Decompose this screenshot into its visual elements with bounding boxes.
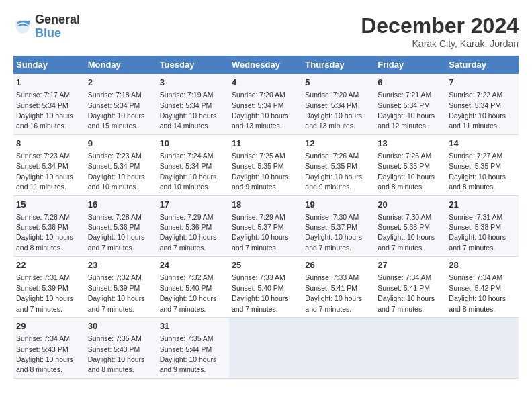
calendar-cell: 15 Sunrise: 7:28 AM Sunset: 5:36 PM Dayl… xyxy=(13,195,85,257)
calendar-cell xyxy=(302,318,375,379)
sunrise-info: Sunrise: 7:31 AM xyxy=(449,213,502,221)
daylight-info: Daylight: 10 hours and 7 minutes. xyxy=(16,294,73,312)
day-number: 14 xyxy=(449,138,516,150)
sunset-info: Sunset: 5:34 PM xyxy=(160,101,212,109)
calendar-cell: 8 Sunrise: 7:23 AM Sunset: 5:34 PM Dayli… xyxy=(13,134,85,195)
sunrise-info: Sunrise: 7:20 AM xyxy=(305,91,359,99)
calendar-week-row: 29 Sunrise: 7:34 AM Sunset: 5:43 PM Dayl… xyxy=(13,318,519,379)
sunset-info: Sunset: 5:41 PM xyxy=(378,284,430,292)
logo: General Blue xyxy=(13,13,80,40)
daylight-info: Daylight: 10 hours and 8 minutes. xyxy=(88,355,145,373)
daylight-info: Daylight: 10 hours and 10 minutes. xyxy=(88,173,145,191)
calendar-cell: 7 Sunrise: 7:22 AM Sunset: 5:34 PM Dayli… xyxy=(446,74,519,134)
day-number: 7 xyxy=(449,77,516,89)
title-block: December 2024 Karak City, Karak, Jordan xyxy=(361,13,519,49)
logo-icon xyxy=(13,17,32,36)
daylight-info: Daylight: 10 hours and 7 minutes. xyxy=(378,294,435,312)
sunrise-info: Sunrise: 7:33 AM xyxy=(305,273,359,281)
daylight-info: Daylight: 10 hours and 10 minutes. xyxy=(160,173,217,191)
calendar-cell: 2 Sunrise: 7:18 AM Sunset: 5:34 PM Dayli… xyxy=(85,74,157,134)
sunrise-info: Sunrise: 7:32 AM xyxy=(88,273,142,281)
sunset-info: Sunset: 5:43 PM xyxy=(16,345,69,353)
daylight-info: Daylight: 10 hours and 7 minutes. xyxy=(378,233,435,251)
calendar-cell: 23 Sunrise: 7:32 AM Sunset: 5:39 PM Dayl… xyxy=(85,257,157,318)
sunset-info: Sunset: 5:35 PM xyxy=(232,162,284,170)
calendar-cell: 17 Sunrise: 7:29 AM Sunset: 5:36 PM Dayl… xyxy=(157,195,229,257)
header-friday: Friday xyxy=(375,56,446,74)
sunrise-info: Sunrise: 7:18 AM xyxy=(88,91,142,99)
day-number: 29 xyxy=(16,320,83,332)
sunrise-info: Sunrise: 7:28 AM xyxy=(16,213,70,221)
calendar-cell: 31 Sunrise: 7:35 AM Sunset: 5:44 PM Dayl… xyxy=(157,318,229,379)
day-number: 12 xyxy=(305,138,372,150)
sunrise-info: Sunrise: 7:20 AM xyxy=(232,91,285,99)
sunset-info: Sunset: 5:34 PM xyxy=(378,101,430,109)
sunset-info: Sunset: 5:34 PM xyxy=(305,101,357,109)
header-saturday: Saturday xyxy=(446,56,519,74)
calendar-week-row: 15 Sunrise: 7:28 AM Sunset: 5:36 PM Dayl… xyxy=(13,195,519,257)
calendar-cell: 12 Sunrise: 7:26 AM Sunset: 5:35 PM Dayl… xyxy=(302,134,375,195)
calendar-cell: 13 Sunrise: 7:26 AM Sunset: 5:35 PM Dayl… xyxy=(375,134,446,195)
sunset-info: Sunset: 5:34 PM xyxy=(449,101,501,109)
logo-line1: General xyxy=(35,13,80,26)
calendar-cell: 18 Sunrise: 7:29 AM Sunset: 5:37 PM Dayl… xyxy=(229,195,302,257)
calendar-cell xyxy=(229,318,302,379)
sunrise-info: Sunrise: 7:23 AM xyxy=(16,152,70,160)
sunset-info: Sunset: 5:44 PM xyxy=(160,345,212,353)
day-number: 28 xyxy=(449,259,516,271)
location: Karak City, Karak, Jordan xyxy=(361,38,519,49)
daylight-info: Daylight: 10 hours and 9 minutes. xyxy=(232,173,289,191)
day-number: 21 xyxy=(449,199,516,211)
daylight-info: Daylight: 10 hours and 7 minutes. xyxy=(232,294,289,312)
sunset-info: Sunset: 5:38 PM xyxy=(378,223,430,231)
day-number: 25 xyxy=(232,259,300,271)
sunset-info: Sunset: 5:34 PM xyxy=(160,162,212,170)
day-number: 11 xyxy=(232,138,300,150)
sunset-info: Sunset: 5:37 PM xyxy=(305,223,357,231)
sunset-info: Sunset: 5:40 PM xyxy=(232,284,284,292)
sunrise-info: Sunrise: 7:33 AM xyxy=(232,273,285,281)
calendar-cell: 1 Sunrise: 7:17 AM Sunset: 5:34 PM Dayli… xyxy=(13,74,85,134)
daylight-info: Daylight: 10 hours and 7 minutes. xyxy=(305,233,362,251)
calendar-cell: 5 Sunrise: 7:20 AM Sunset: 5:34 PM Dayli… xyxy=(302,74,375,134)
sunrise-info: Sunrise: 7:22 AM xyxy=(449,91,502,99)
sunrise-info: Sunrise: 7:35 AM xyxy=(88,334,142,342)
daylight-info: Daylight: 10 hours and 7 minutes. xyxy=(305,294,362,312)
header-wednesday: Wednesday xyxy=(229,56,302,74)
day-number: 6 xyxy=(378,77,443,89)
daylight-info: Daylight: 10 hours and 12 minutes. xyxy=(378,111,435,130)
sunrise-info: Sunrise: 7:29 AM xyxy=(160,213,214,221)
day-number: 19 xyxy=(305,199,372,211)
sunrise-info: Sunrise: 7:32 AM xyxy=(160,273,214,281)
page-header: General Blue December 2024 Karak City, K… xyxy=(13,13,519,49)
daylight-info: Daylight: 10 hours and 7 minutes. xyxy=(88,294,145,312)
calendar-cell: 27 Sunrise: 7:34 AM Sunset: 5:41 PM Dayl… xyxy=(375,257,446,318)
sunset-info: Sunset: 5:42 PM xyxy=(449,284,501,292)
sunset-info: Sunset: 5:36 PM xyxy=(160,223,212,231)
header-sunday: Sunday xyxy=(13,56,85,74)
calendar-cell: 6 Sunrise: 7:21 AM Sunset: 5:34 PM Dayli… xyxy=(375,74,446,134)
calendar-cell xyxy=(446,318,519,379)
sunset-info: Sunset: 5:37 PM xyxy=(232,223,284,231)
month-title: December 2024 xyxy=(361,13,519,38)
sunset-info: Sunset: 5:35 PM xyxy=(449,162,501,170)
sunrise-info: Sunrise: 7:28 AM xyxy=(88,213,142,221)
daylight-info: Daylight: 10 hours and 16 minutes. xyxy=(16,111,73,130)
day-number: 27 xyxy=(378,259,443,271)
sunset-info: Sunset: 5:36 PM xyxy=(88,223,140,231)
calendar-cell: 28 Sunrise: 7:34 AM Sunset: 5:42 PM Dayl… xyxy=(446,257,519,318)
sunset-info: Sunset: 5:36 PM xyxy=(16,223,69,231)
day-number: 3 xyxy=(160,77,226,89)
day-number: 17 xyxy=(160,199,226,211)
day-number: 16 xyxy=(88,199,154,211)
daylight-info: Daylight: 10 hours and 7 minutes. xyxy=(160,294,217,312)
calendar-cell: 19 Sunrise: 7:30 AM Sunset: 5:37 PM Dayl… xyxy=(302,195,375,257)
daylight-info: Daylight: 10 hours and 7 minutes. xyxy=(449,233,506,251)
calendar-cell: 20 Sunrise: 7:30 AM Sunset: 5:38 PM Dayl… xyxy=(375,195,446,257)
sunrise-info: Sunrise: 7:25 AM xyxy=(232,152,285,160)
sunset-info: Sunset: 5:34 PM xyxy=(232,101,284,109)
day-number: 20 xyxy=(378,199,443,211)
sunset-info: Sunset: 5:40 PM xyxy=(160,284,212,292)
sunrise-info: Sunrise: 7:23 AM xyxy=(88,152,142,160)
sunset-info: Sunset: 5:39 PM xyxy=(88,284,140,292)
